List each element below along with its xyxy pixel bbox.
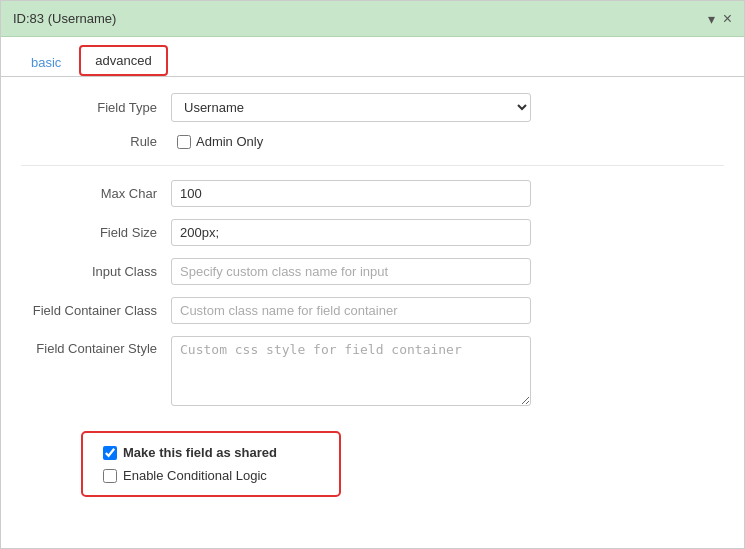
tab-basic[interactable]: basic <box>17 49 75 76</box>
field-size-label: Field Size <box>21 225 171 240</box>
close-icon[interactable]: × <box>723 10 732 28</box>
make-shared-row: Make this field as shared <box>103 445 319 460</box>
field-container-class-label: Field Container Class <box>21 303 171 318</box>
input-class-row: Input Class <box>21 258 724 285</box>
input-class-label: Input Class <box>21 264 171 279</box>
rule-row: Rule Admin Only <box>21 134 724 149</box>
field-size-row: Field Size <box>21 219 724 246</box>
admin-only-checkbox[interactable] <box>177 135 191 149</box>
enable-conditional-label: Enable Conditional Logic <box>123 468 267 483</box>
admin-only-label: Admin Only <box>196 134 263 149</box>
tabs-row: basic advanced <box>1 37 744 77</box>
max-char-label: Max Char <box>21 186 171 201</box>
shared-section: Make this field as shared Enable Conditi… <box>81 431 341 497</box>
field-size-input[interactable] <box>171 219 531 246</box>
field-size-control <box>171 219 531 246</box>
enable-conditional-checkbox[interactable] <box>103 469 117 483</box>
field-container-style-control <box>171 336 531 409</box>
section-divider <box>21 165 724 166</box>
max-char-input[interactable] <box>171 180 531 207</box>
field-container-class-row: Field Container Class <box>21 297 724 324</box>
field-container-style-row: Field Container Style <box>21 336 724 409</box>
form-content: Field Type Username Email Password Text … <box>1 77 744 548</box>
window-controls: ▾ × <box>708 10 732 28</box>
field-type-row: Field Type Username Email Password Text <box>21 93 724 122</box>
make-shared-checkbox[interactable] <box>103 446 117 460</box>
make-shared-label: Make this field as shared <box>123 445 277 460</box>
field-container-class-control <box>171 297 531 324</box>
enable-conditional-row: Enable Conditional Logic <box>103 468 319 483</box>
field-type-select[interactable]: Username Email Password Text <box>171 93 531 122</box>
field-container-style-textarea[interactable] <box>171 336 531 406</box>
tab-advanced[interactable]: advanced <box>79 45 167 76</box>
field-container-class-input[interactable] <box>171 297 531 324</box>
max-char-row: Max Char <box>21 180 724 207</box>
input-class-control <box>171 258 531 285</box>
admin-only-container: Admin Only <box>177 134 263 149</box>
field-container-style-label: Field Container Style <box>21 336 171 356</box>
window-title: ID:83 (Username) <box>13 11 116 26</box>
input-class-input[interactable] <box>171 258 531 285</box>
max-char-control <box>171 180 531 207</box>
field-type-control: Username Email Password Text <box>171 93 531 122</box>
main-window: ID:83 (Username) ▾ × basic advanced Fiel… <box>0 0 745 549</box>
title-bar: ID:83 (Username) ▾ × <box>1 1 744 37</box>
field-type-label: Field Type <box>21 100 171 115</box>
rule-label: Rule <box>21 134 171 149</box>
dropdown-icon[interactable]: ▾ <box>708 11 715 27</box>
